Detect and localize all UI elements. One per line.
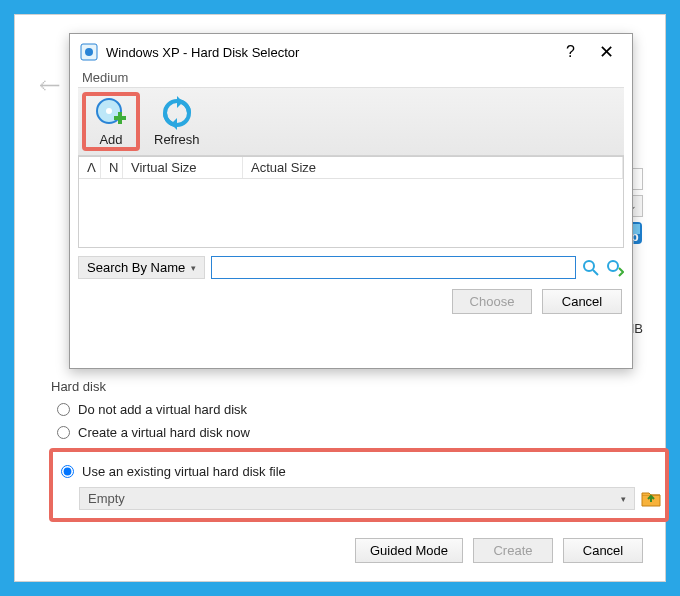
column-name[interactable]: N	[101, 157, 123, 178]
column-sort[interactable]: ᐱ	[79, 157, 101, 178]
search-input[interactable]	[211, 256, 576, 279]
svg-rect-8	[118, 112, 122, 124]
radio-no-hard-disk[interactable]: Do not add a virtual hard disk	[57, 402, 669, 417]
svg-point-9	[584, 261, 594, 271]
search-mode-label: Search By Name	[87, 260, 185, 275]
search-row: Search By Name ▾	[78, 256, 624, 279]
radio-create-hard-disk-input[interactable]	[57, 426, 70, 439]
search-next-icon[interactable]	[606, 259, 624, 277]
svg-point-11	[608, 261, 618, 271]
wizard-panel: 🡐 ⌄ xp MB Hard disk Do not add a virtual…	[14, 14, 666, 582]
chevron-down-icon: ▾	[621, 494, 626, 504]
use-existing-highlight: Use an existing virtual hard disk file E…	[49, 448, 669, 522]
create-button: Create	[473, 538, 553, 563]
radio-use-existing-input[interactable]	[61, 465, 74, 478]
search-find-icon[interactable]	[582, 259, 600, 277]
dialog-footer: Choose Cancel	[70, 279, 632, 318]
svg-point-4	[85, 48, 93, 56]
add-disk-icon	[94, 96, 128, 130]
browse-folder-icon[interactable]	[641, 490, 661, 508]
search-mode-dropdown[interactable]: Search By Name ▾	[78, 256, 205, 279]
toolbar-refresh-button[interactable]: Refresh	[142, 92, 212, 151]
dialog-title: Windows XP - Hard Disk Selector	[106, 45, 550, 60]
chevron-down-icon: ▾	[191, 263, 196, 273]
column-virtual-size[interactable]: Virtual Size	[123, 157, 243, 178]
column-actual-size[interactable]: Actual Size	[243, 157, 623, 178]
disk-list-header: ᐱ N Virtual Size Actual Size	[79, 157, 623, 179]
radio-no-hard-disk-input[interactable]	[57, 403, 70, 416]
hard-disk-legend: Hard disk	[51, 379, 669, 394]
back-arrow-icon[interactable]: 🡐	[39, 73, 61, 99]
svg-line-10	[593, 270, 598, 275]
hard-disk-group: Hard disk Do not add a virtual hard disk…	[51, 379, 669, 522]
refresh-icon	[160, 96, 194, 130]
dialog-titlebar: Windows XP - Hard Disk Selector ? ✕	[70, 34, 632, 70]
guided-mode-button[interactable]: Guided Mode	[355, 538, 463, 563]
toolbar-refresh-label: Refresh	[154, 132, 200, 147]
cancel-button[interactable]: Cancel	[563, 538, 643, 563]
close-button[interactable]: ✕	[591, 41, 622, 63]
dialog-subtitle: Medium	[70, 70, 632, 87]
radio-use-existing[interactable]: Use an existing virtual hard disk file	[61, 464, 661, 479]
help-button[interactable]: ?	[558, 43, 583, 61]
existing-disk-value: Empty	[88, 491, 125, 506]
radio-create-hard-disk[interactable]: Create a virtual hard disk now	[57, 425, 669, 440]
existing-disk-dropdown[interactable]: Empty ▾	[79, 487, 635, 510]
toolbar-add-label: Add	[99, 132, 122, 147]
dialog-cancel-button[interactable]: Cancel	[542, 289, 622, 314]
wizard-footer-buttons: Guided Mode Create Cancel	[355, 538, 643, 563]
choose-button: Choose	[452, 289, 532, 314]
app-icon	[80, 43, 98, 61]
disk-list[interactable]: ᐱ N Virtual Size Actual Size	[78, 156, 624, 248]
toolbar-add-button[interactable]: Add	[82, 92, 140, 151]
radio-no-hard-disk-label: Do not add a virtual hard disk	[78, 402, 247, 417]
radio-use-existing-label: Use an existing virtual hard disk file	[82, 464, 286, 479]
hard-disk-selector-dialog: Windows XP - Hard Disk Selector ? ✕ Medi…	[69, 33, 633, 369]
svg-point-6	[106, 108, 112, 114]
radio-create-hard-disk-label: Create a virtual hard disk now	[78, 425, 250, 440]
dialog-toolbar: Add Refresh	[78, 87, 624, 156]
